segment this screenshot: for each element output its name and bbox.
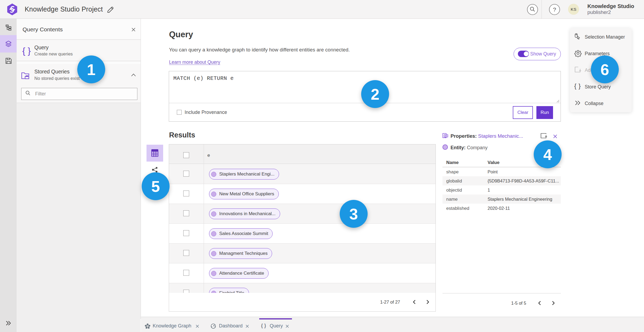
svg-text:?: ? <box>553 6 556 13</box>
